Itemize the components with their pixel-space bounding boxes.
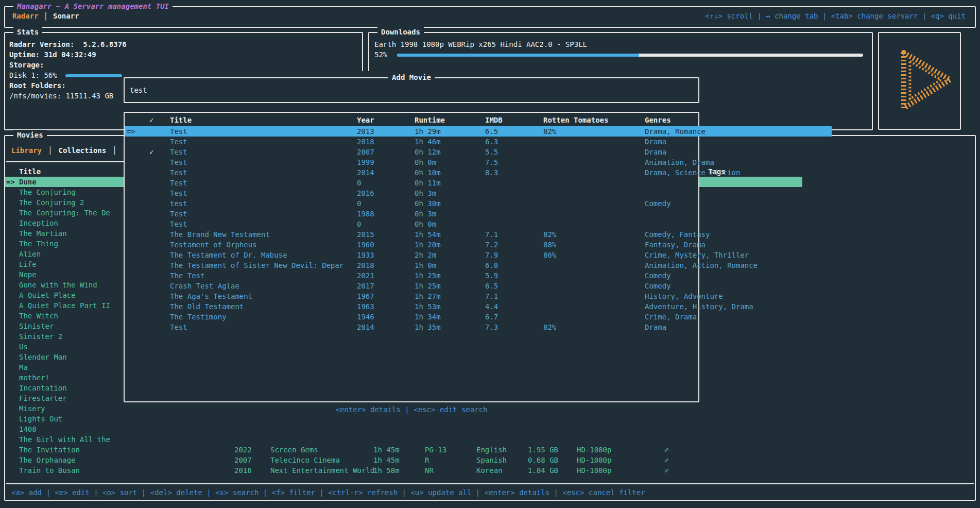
footer-divider bbox=[6, 483, 974, 484]
result-year: 1960 bbox=[355, 240, 412, 250]
result-imdb: 8.3 bbox=[483, 167, 541, 178]
result-title: Test bbox=[166, 178, 355, 188]
add-movie-popup: Add Movie ✓TitleYearRuntimeIMDBRotten To… bbox=[124, 71, 699, 445]
movie-studio: Screen Gems bbox=[268, 445, 371, 455]
result-genres: Drama bbox=[643, 147, 832, 157]
movie-row[interactable]: The Orphanage2007Telecinco Cinema1h 45mR… bbox=[5, 455, 802, 465]
result-row[interactable]: Test20140h 10m8.3Drama, Science Fiction bbox=[125, 167, 832, 178]
download-item-title: Earth 1998 1080p WEBRip x265 Hindi AAC2.… bbox=[374, 39, 867, 49]
results-column-genres: Genres bbox=[643, 115, 832, 125]
result-row[interactable]: Test00h 11m bbox=[125, 178, 832, 188]
result-imdb: 6.8 bbox=[483, 260, 541, 270]
result-row[interactable]: =>Test20131h 29m6.582%Drama, Romance bbox=[125, 126, 832, 137]
results-column-rt: Rotten Tomatoes bbox=[541, 115, 643, 125]
result-imdb: 7.2 bbox=[483, 240, 541, 250]
result-genres: Drama bbox=[643, 137, 832, 147]
result-year: 2015 bbox=[355, 229, 412, 240]
result-year: 1933 bbox=[355, 250, 412, 260]
result-row[interactable]: The Testament of Dr. Mabuse19332h 2m7.98… bbox=[125, 250, 832, 260]
result-year: 2014 bbox=[355, 167, 412, 178]
result-row[interactable]: Testament of Orpheus19601h 20m7.288%Fant… bbox=[125, 240, 832, 250]
storage-label: Storage: bbox=[9, 60, 166, 70]
result-title: The Testament of Sister New Devil: Depar bbox=[166, 260, 355, 270]
pencil-icon: ✎ bbox=[664, 465, 668, 476]
result-row[interactable]: Crash Test Aglae20171h 25m6.5Comedy bbox=[125, 281, 832, 291]
result-runtime: 0h 3m bbox=[412, 209, 483, 219]
result-genres: Animation, Action, Romance bbox=[643, 260, 832, 270]
result-row[interactable]: The Testimony19461h 34m6.7Crime, Drama bbox=[125, 312, 832, 322]
result-row[interactable]: The Brand New Testament20151h 54m7.182%C… bbox=[125, 229, 832, 240]
movie-quality: HD-1080p bbox=[574, 465, 662, 476]
tab-radarr[interactable]: Radarr bbox=[12, 12, 39, 20]
movie-runtime: 1h 58m bbox=[371, 465, 422, 476]
movie-edit-cell: ✎ bbox=[662, 445, 706, 455]
result-imdb: 6.5 bbox=[483, 281, 541, 291]
result-rotten-tomatoes: 82% bbox=[541, 126, 643, 137]
result-genres: History, Adventure bbox=[643, 291, 832, 301]
result-row[interactable]: Test00h 0m bbox=[125, 219, 832, 229]
movies-tab-separator-2: │ bbox=[106, 146, 123, 155]
result-row[interactable]: ✓Test20070h 12m5.5Drama bbox=[125, 147, 832, 157]
result-title: Test bbox=[166, 167, 355, 178]
add-movie-search-input[interactable] bbox=[129, 79, 696, 101]
result-imdb: 7.9 bbox=[483, 250, 541, 260]
result-row[interactable]: Test19990h 0m7.5Animation, Drama bbox=[125, 157, 832, 167]
result-runtime: 1h 29m bbox=[412, 126, 483, 137]
result-row[interactable]: Test20181h 46m6.3Drama bbox=[125, 137, 832, 147]
tab-library[interactable]: Library bbox=[11, 146, 42, 155]
result-title: The Testament of Dr. Mabuse bbox=[166, 250, 355, 260]
movie-studio: Telecinco Cinema bbox=[268, 455, 371, 465]
result-year: 1946 bbox=[355, 312, 412, 322]
result-title: The Testimony bbox=[166, 312, 355, 322]
result-runtime: 0h 30m bbox=[412, 198, 483, 209]
movies-tabs-divider bbox=[6, 161, 124, 162]
movie-title: Train to Busan bbox=[19, 465, 232, 476]
tab-collections[interactable]: Collections bbox=[58, 146, 106, 155]
result-imdb: 5.9 bbox=[483, 270, 541, 281]
result-row[interactable]: The Testament of Sister New Devil: Depar… bbox=[125, 260, 832, 270]
movie-title: The Orphanage bbox=[19, 455, 232, 465]
result-runtime: 0h 11m bbox=[412, 178, 483, 188]
result-imdb: 5.5 bbox=[483, 147, 541, 157]
result-runtime: 0h 12m bbox=[412, 147, 483, 157]
result-row[interactable]: Test20141h 35m7.382%Drama bbox=[125, 322, 832, 332]
result-runtime: 1h 27m bbox=[412, 291, 483, 301]
result-runtime: 1h 53m bbox=[412, 301, 483, 312]
result-title: Test bbox=[166, 322, 355, 332]
result-runtime: 1h 34m bbox=[412, 312, 483, 322]
app-title: Managarr – A Servarr management TUI bbox=[13, 1, 173, 11]
movie-row[interactable]: The Invitation2022Screen Gems1h 45mPG-13… bbox=[5, 445, 802, 455]
movie-size: 1.95 GB bbox=[525, 445, 574, 455]
result-rotten-tomatoes: 86% bbox=[541, 250, 643, 260]
result-imdb: 7.1 bbox=[483, 229, 541, 240]
pencil-icon: ✎ bbox=[664, 445, 668, 455]
result-genres: Comedy bbox=[643, 198, 832, 209]
result-title: Test bbox=[166, 147, 355, 157]
stats-panel-title: Stats bbox=[13, 27, 42, 37]
movie-runtime: 1h 45m bbox=[371, 455, 422, 465]
tab-separator: │ bbox=[39, 12, 53, 20]
result-year: 2007 bbox=[355, 147, 412, 157]
result-imdb: 7.3 bbox=[483, 322, 541, 332]
download-percent-label: 52% bbox=[374, 50, 387, 59]
result-row[interactable]: The Test20211h 25m5.9Comedy bbox=[125, 270, 832, 281]
result-row[interactable]: The Old Testament19631h 53m4.4Adventure,… bbox=[125, 301, 832, 312]
result-row[interactable]: The Aga's Testament19671h 27m7.1History,… bbox=[125, 291, 832, 301]
result-genres: Drama, Romance bbox=[643, 126, 832, 137]
result-title: Crash Test Aglae bbox=[166, 281, 355, 291]
movie-quality: HD-1080p bbox=[574, 445, 662, 455]
movie-quality: HD-1080p bbox=[574, 455, 662, 465]
global-shortcuts-help: <↑↓> scroll | ↔ change tab | <tab> chang… bbox=[705, 11, 966, 21]
movie-edit-cell: ✎ bbox=[662, 465, 706, 476]
footer-shortcuts: <a> add | <e> edit | <o> sort | <del> de… bbox=[11, 487, 645, 498]
movie-language: English bbox=[474, 445, 525, 455]
tab-sonarr[interactable]: Sonarr bbox=[53, 12, 79, 20]
result-year: 1999 bbox=[355, 157, 412, 167]
logo-panel bbox=[878, 32, 961, 130]
movie-row[interactable]: Train to Busan2016Next Entertainment Wor… bbox=[5, 465, 802, 476]
result-row[interactable]: Test19880h 3m bbox=[125, 209, 832, 219]
result-row[interactable]: Test20160h 3m bbox=[125, 188, 832, 198]
movie-title: The Invitation bbox=[19, 445, 232, 455]
result-runtime: 0h 0m bbox=[412, 219, 483, 229]
result-row[interactable]: test00h 30mComedy bbox=[125, 198, 832, 209]
